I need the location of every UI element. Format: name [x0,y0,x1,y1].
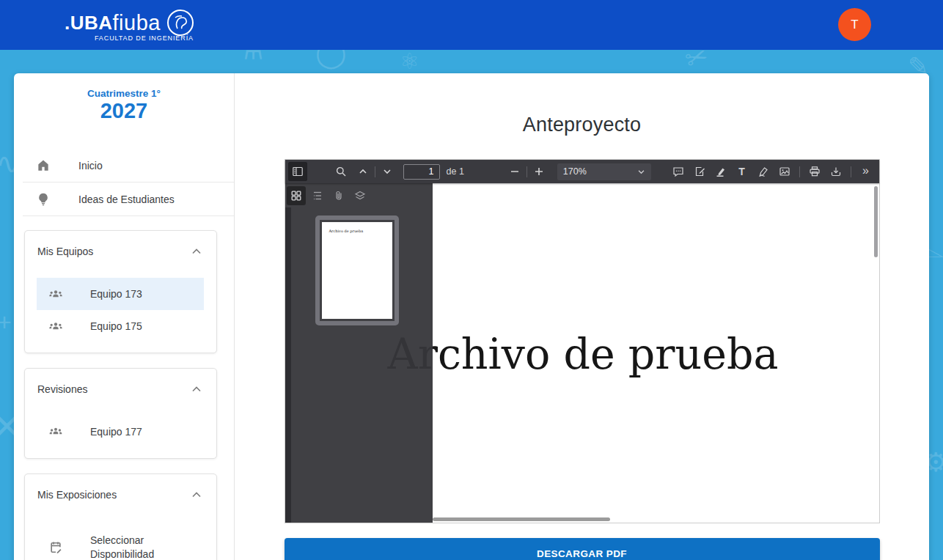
item-label: Seleccionar Disponibilidad [90,534,186,560]
toolbar-right-group: T [669,162,875,181]
fiuba-logo: .UBAfiuba FACULTAD DE INGENIERÍA [65,8,195,42]
term-block: Cuatrimestre 1° 2027 [14,73,234,122]
layers-icon [354,190,366,202]
previous-page-button[interactable] [353,162,373,181]
save-icon [830,166,842,177]
double-chevron-icon: » [862,165,869,177]
chevron-up-icon [189,382,204,397]
chevron-up-icon [357,166,369,177]
section-title: Revisiones [37,383,87,395]
more-tools-button[interactable]: » [857,162,875,181]
fiuba-crest-icon [166,8,195,37]
draw-icon [757,166,769,177]
highlighter-icon [715,166,727,177]
sidebar-item-equipo-175[interactable]: Equipo 175 [37,310,204,342]
comment-icon [672,166,684,177]
section-header-mis-exposiciones[interactable]: Mis Exposiciones [25,474,216,521]
page-title: Anteproyecto [235,113,929,136]
highlight-button[interactable] [712,162,730,181]
plus-doodle-icon: + [0,308,12,336]
search-icon [335,166,347,177]
pdf-thumbnail[interactable]: Archivo de prueba [315,215,399,325]
next-page-button[interactable] [378,162,397,181]
logo-fiuba-text: fiuba [113,12,161,34]
divider [23,215,234,216]
minus-icon [509,166,521,177]
lightbulb-icon [36,192,51,207]
sidebar-item-ideas-de-estudiantes[interactable]: Ideas de Estudiantes [14,183,234,215]
team-label: Equipo 177 [90,425,142,439]
section-title: Mis Equipos [37,246,93,257]
thumbnails-icon [290,190,302,202]
sidebar-nav: Inicio Ideas de Estudiantes [14,149,234,216]
nav-item-label: Ideas de Estudiantes [78,194,175,205]
plus-icon [533,166,545,177]
sidebar-toggle-button[interactable] [288,162,307,181]
attachment-icon [333,190,345,202]
main-content: Anteproyecto [235,73,929,560]
signature-icon [694,166,705,177]
zoom-select[interactable]: 170% [557,163,651,180]
image-button[interactable] [776,162,793,181]
pdf-thumbnail-text: Archivo de prueba [329,229,364,233]
free-text-button[interactable]: T [733,162,751,181]
sidebar-item-seleccionar-disponibilidad[interactable]: Seleccionar Disponibilidad [37,531,204,560]
section-mis-equipos: Mis Equipos Equipo 173 Equipo 175 [24,230,217,353]
draw-button[interactable] [755,162,772,181]
toolbar-separator [799,166,800,177]
zoom-level-value: 170% [563,166,587,177]
chevron-up-icon [189,487,204,502]
toolbar-separator [851,166,851,177]
toolbar-separator [526,166,527,177]
outline-view-button[interactable] [308,186,327,205]
sidebar: Cuatrimestre 1° 2027 Inicio Ideas de Est… [14,73,234,560]
term-year: 2027 [14,100,234,122]
content-card: Cuatrimestre 1° 2027 Inicio Ideas de Est… [14,73,929,560]
zoom-out-button[interactable] [505,162,524,181]
attachments-view-button[interactable] [329,186,348,205]
avatar-initial: T [851,18,858,32]
sidebar-item-equipo-177[interactable]: Equipo 177 [37,416,204,448]
signature-button[interactable] [691,162,708,181]
nav-item-label: Inicio [78,160,103,172]
vertical-scrollbar[interactable] [874,186,878,257]
pdf-page-area: Archivo de prueba [285,183,879,523]
user-avatar[interactable]: T [838,8,871,41]
page-count-label: de 1 [447,166,464,177]
groups-icon [48,424,63,439]
sidebar-toggle-icon [292,166,304,177]
chevron-down-icon [381,166,393,177]
toolbar-separator [375,166,375,177]
thumbnails-view-button[interactable] [287,186,306,205]
sidebar-item-equipo-173[interactable]: Equipo 173 [37,278,204,310]
horizontal-scrollbar[interactable] [433,517,610,521]
save-button[interactable] [827,162,845,181]
groups-icon [48,319,63,334]
section-header-revisiones[interactable]: Revisiones [25,369,216,416]
download-pdf-button[interactable]: DESCARGAR PDF [285,538,880,560]
layers-view-button[interactable] [351,186,370,205]
team-label: Equipo 173 [90,287,142,301]
edit-calendar-icon [48,540,63,555]
pdf-sidebar-gutter [285,207,291,523]
section-title: Mis Exposiciones [37,489,117,501]
team-label: Equipo 175 [90,320,142,334]
print-button[interactable] [806,162,823,181]
pdf-document-text: Archivo de prueba [388,330,779,378]
atom-doodle-icon: ⚛ [400,48,419,74]
section-header-mis-equipos[interactable]: Mis Equipos [25,231,216,278]
zoom-in-button[interactable] [529,162,548,181]
find-button[interactable] [331,162,351,181]
comment-annotation-button[interactable] [669,162,687,181]
pdf-viewer: de 1 170% [285,159,880,523]
chevron-down-icon [637,168,645,176]
page-number-input[interactable] [403,164,440,180]
print-icon [809,166,821,177]
logo-subtitle: FACULTAD DE INGENIERÍA [65,34,195,42]
term-label: Cuatrimestre 1° [14,88,234,100]
logo-uba-text: .UBA [65,13,113,32]
groups-icon [48,287,63,301]
chevron-up-icon [189,244,204,259]
pdf-toolbar: de 1 170% [285,160,879,183]
sidebar-item-inicio[interactable]: Inicio [14,149,234,182]
